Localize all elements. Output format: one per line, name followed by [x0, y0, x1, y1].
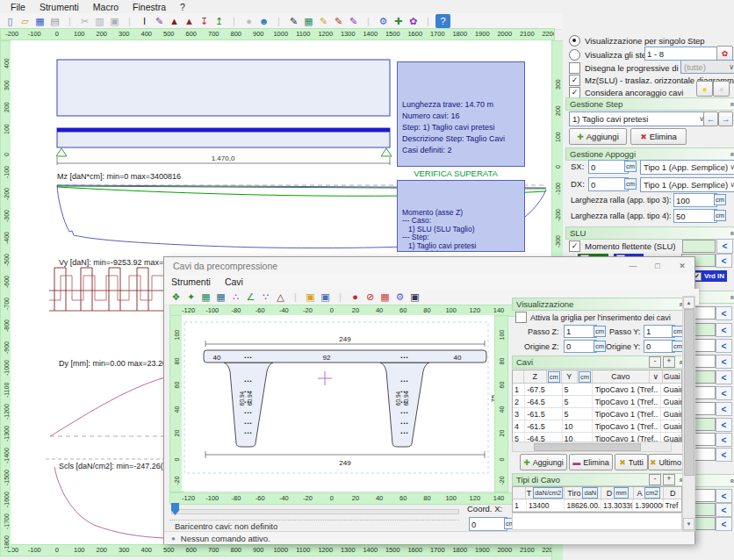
save-icon[interactable]: ▦: [32, 14, 47, 28]
table-row[interactable]: 1 -67.5 5 TipoCavo 1 (Tref.. Guaina 2: [513, 384, 681, 396]
expand-button[interactable]: <: [716, 402, 732, 416]
edit-table-icon[interactable]: ▦: [301, 14, 316, 28]
tutte-select[interactable]: (tutte)∨: [680, 60, 734, 74]
menu-item[interactable]: Strumenti: [32, 2, 86, 12]
separator[interactable]: |: [62, 14, 77, 28]
shrink-button[interactable]: -: [649, 356, 661, 368]
edit-multi-icon[interactable]: ✎: [346, 14, 361, 28]
separator[interactable]: |: [333, 290, 348, 304]
collapse-icon[interactable]: «: [727, 102, 734, 106]
expand-button[interactable]: <: [716, 489, 732, 503]
paste-icon[interactable]: ▣: [107, 14, 122, 28]
bulb-check-icon[interactable]: ▣: [318, 290, 333, 304]
edit-yellow-icon[interactable]: ✎: [316, 14, 331, 28]
radio-single-step[interactable]: Visualizzazione per singolo Step: [569, 35, 705, 47]
expand-button[interactable]: <: [716, 355, 732, 369]
checkbox-icon[interactable]: ✓: [569, 75, 580, 86]
sphere-icon[interactable]: ●: [241, 14, 256, 28]
separator[interactable]: |: [361, 14, 376, 28]
menu-item[interactable]: Strumenti: [164, 276, 218, 287]
table-row[interactable]: 3 -61.5 5 TipoCavo 1 (Tref.. Guaina 3: [513, 408, 681, 420]
sx-type-combobox[interactable]: Tipo 1 (App. Semplice)∨: [640, 160, 734, 175]
expand-button[interactable]: <: [716, 418, 732, 432]
collapse-icon[interactable]: «: [727, 295, 734, 299]
shrink-button[interactable]: -: [649, 474, 661, 485]
edit-black-icon[interactable]: ✎: [286, 14, 301, 28]
grab-icon[interactable]: ✿: [406, 14, 421, 28]
ralla3-input[interactable]: 100: [673, 193, 717, 207]
settings-gear-icon[interactable]: ⚙: [376, 14, 391, 28]
expand-button[interactable]: <: [716, 433, 732, 447]
expand-button[interactable]: <: [716, 448, 732, 462]
scatter-icon[interactable]: ∴: [228, 290, 243, 304]
separator[interactable]: |: [421, 14, 435, 28]
print-icon[interactable]: ▤: [47, 14, 62, 28]
table-row[interactable]: 1 13400 18626.00.. 13.303395 1.390000.. …: [513, 499, 681, 512]
step-next-button[interactable]: →: [718, 111, 733, 126]
cavo-filter-button[interactable]: ∨: [650, 370, 663, 383]
x-position-slider-track[interactable]: [171, 509, 459, 514]
step-prev-button[interactable]: ←: [703, 111, 718, 126]
open-folder-icon[interactable]: ▱: [18, 14, 32, 28]
beam-type-1-icon[interactable]: ▲: [167, 14, 182, 28]
passo-y-input[interactable]: 1: [644, 325, 675, 338]
gear-icon[interactable]: ⚙: [392, 290, 407, 304]
verify-icon[interactable]: ✚: [391, 14, 406, 28]
sx-input[interactable]: 0: [588, 160, 629, 174]
bulb-on-icon[interactable]: ▣: [303, 290, 318, 304]
origine-z-input[interactable]: 0: [564, 340, 597, 353]
table-row[interactable]: 4 -61.5 10 TipoCavo 1 (Tref.. Guaina 1: [513, 420, 681, 433]
tendon-draw-icon[interactable]: ✎: [152, 14, 167, 28]
stop-icon[interactable]: ⊘: [363, 290, 378, 304]
nodes-icon[interactable]: ∵: [258, 290, 273, 304]
dx-type-combobox[interactable]: Tipo 1 (App. Semplice)∨: [640, 177, 734, 192]
cavi-elimina-button[interactable]: ▬Elimina: [569, 454, 613, 470]
maximize-button[interactable]: □: [646, 259, 669, 273]
beam-section-icon[interactable]: I: [137, 14, 152, 28]
origine-y-input[interactable]: 0: [644, 340, 675, 353]
radio-visualizza-steps[interactable]: Visualizza gli step:: [569, 49, 653, 61]
expand-button[interactable]: <: [716, 370, 732, 384]
new-document-icon[interactable]: ▯: [3, 14, 18, 28]
grow-button[interactable]: +: [663, 356, 675, 368]
record-icon[interactable]: ●: [348, 290, 363, 304]
cavi-hscrollbar[interactable]: [512, 442, 672, 452]
steps-range-input[interactable]: 1 - 8: [644, 47, 718, 61]
expand-button[interactable]: <: [716, 339, 732, 353]
collapse-icon[interactable]: «: [727, 152, 734, 156]
section-canvas[interactable]: 249 92 40 40 75 249 •••••• •••••• ••••••…: [182, 315, 494, 491]
checkbox-icon[interactable]: ✓: [569, 241, 580, 252]
grid-blue-icon[interactable]: ▦: [213, 290, 228, 304]
cavi-tutti-button[interactable]: ✖Tutti: [615, 454, 648, 470]
minimize-button[interactable]: —: [622, 259, 644, 273]
chk-griglia[interactable]: Attiva la griglia per l'inserimento dei …: [515, 312, 671, 323]
pyramid-icon[interactable]: △: [273, 290, 288, 304]
separator[interactable]: |: [227, 14, 241, 28]
cut-icon[interactable]: ✂: [77, 14, 92, 28]
ralla4-input[interactable]: 50: [673, 209, 717, 223]
scrollbar-thumb[interactable]: [684, 309, 694, 476]
expand-button[interactable]: <: [716, 306, 732, 320]
dx-input[interactable]: 0: [588, 177, 629, 191]
close-button[interactable]: ✕: [671, 259, 694, 273]
expand-button[interactable]: <: [716, 517, 732, 531]
link-cable-icon[interactable]: ✦: [184, 290, 198, 304]
separator[interactable]: |: [271, 14, 286, 28]
menu-item[interactable]: ?: [173, 2, 192, 12]
beam-type-2-icon[interactable]: ▲: [182, 14, 197, 28]
expand-button[interactable]: <: [716, 386, 732, 400]
coord-x-input[interactable]: 0: [469, 517, 507, 531]
expand-button[interactable]: <: [716, 323, 732, 337]
momento-expand-button[interactable]: <: [716, 239, 733, 254]
help-icon[interactable]: ?: [435, 14, 450, 28]
aggiungi-step-button[interactable]: ✚Aggiungi: [569, 128, 627, 145]
dialog-title-bar[interactable]: Cavi da precompressione — □ ✕: [164, 257, 694, 275]
scroll-down-icon[interactable]: ▼: [683, 518, 694, 530]
radio-icon[interactable]: [569, 49, 580, 61]
cavi-table[interactable]: Z cm Y cm Cavo ∨ Guai 1 -67.5 5 TipoCavo…: [512, 370, 682, 442]
separator[interactable]: |: [288, 290, 303, 304]
checkbox-icon[interactable]: [515, 312, 527, 323]
bulb-on-button[interactable]: ●: [696, 81, 713, 97]
collapse-icon[interactable]: «: [727, 231, 734, 235]
expand-button[interactable]: <: [716, 254, 732, 268]
